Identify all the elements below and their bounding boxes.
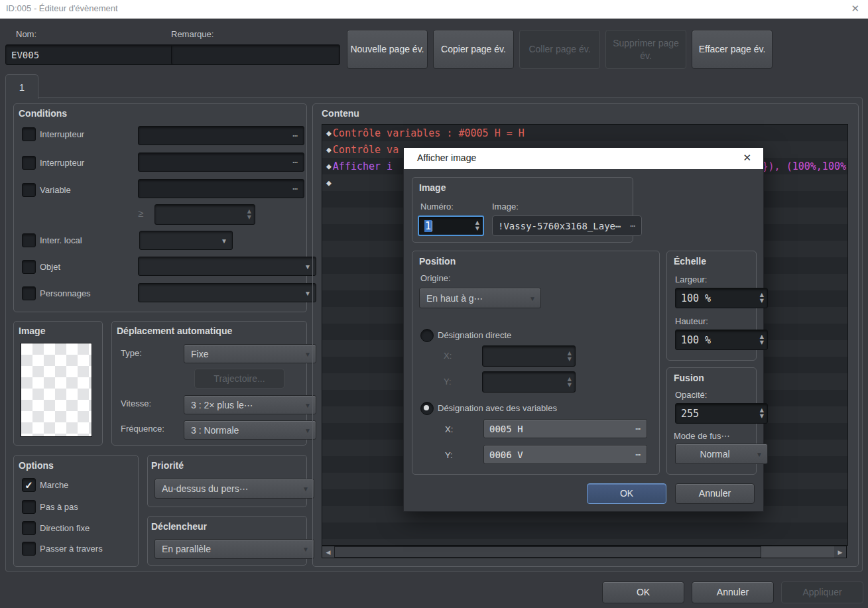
ok-button[interactable]: OK (602, 581, 684, 603)
show-picture-dialog: Afficher image ✕ Image Numéro: Image: 1 … (403, 147, 764, 512)
dialog-title: Afficher image (417, 152, 476, 163)
dialog-titlebar: Afficher image ✕ (404, 148, 763, 169)
diamond-icon: ◆ (326, 178, 332, 188)
browse-dots-icon: ⋯ (292, 184, 298, 194)
spin-up-icon[interactable]: ▲ (760, 408, 764, 413)
spin-down-icon[interactable]: ▼ (760, 340, 764, 345)
dropdown-icon: ▼ (302, 485, 309, 493)
dropdown-icon: ▼ (304, 289, 311, 296)
window-titlebar: ID:005 - Éditeur d'évènement ✕ (0, 0, 868, 19)
scale-width-label: Largeur: (675, 274, 707, 284)
blend-mode-label: Mode de fus⋯ (674, 431, 730, 441)
movement-type-select[interactable]: Fixe▼ (184, 344, 316, 363)
browse-dots-icon: ⋯ (292, 131, 298, 141)
content-hscrollbar[interactable]: ◀ ▶ (322, 546, 847, 558)
picture-number-value: 1 (424, 220, 432, 232)
origin-select[interactable]: En haut à g⋯▼ (419, 288, 541, 308)
dialog-blend-group: Fusion Opacité: 255 ▲▼ Mode de fus⋯ Norm… (666, 367, 757, 475)
spin-up-icon: ▲ (568, 377, 572, 382)
name-input[interactable]: EV005 (5, 44, 174, 65)
window-close-icon[interactable]: ✕ (851, 3, 859, 15)
dialog-ok-button[interactable]: OK (587, 483, 666, 504)
blend-mode-select[interactable]: Normal▼ (675, 444, 768, 464)
name-label: Nom: (16, 29, 36, 39)
delete-page-button: Supprimer page év. (605, 30, 686, 69)
actor-checkbox[interactable] (22, 286, 36, 300)
variable-designation-radio[interactable] (420, 402, 434, 415)
switch1-checkbox[interactable] (22, 127, 36, 141)
command-text: Contrôle variables : #0005 H = H (333, 127, 525, 139)
direct-designation-label: Désignation directe (438, 330, 511, 340)
spin-up-icon[interactable]: ▲ (247, 209, 251, 214)
origin-label: Origine: (420, 273, 451, 283)
movement-type-label: Type: (121, 348, 142, 358)
autonomous-title: Déplacement automatique (117, 326, 232, 336)
direct-designation-radio[interactable] (420, 329, 434, 342)
frequency-select[interactable]: 3 : Normale▼ (184, 420, 316, 440)
option-through-checkbox[interactable] (22, 542, 36, 556)
direct-x-label: X: (444, 351, 452, 361)
variable-label: Variable (40, 185, 71, 195)
trigger-select[interactable]: En parallèle▼ (155, 539, 314, 559)
scroll-right-icon[interactable]: ▶ (834, 546, 846, 558)
dialog-close-icon[interactable]: ✕ (743, 152, 751, 164)
option-walking-checkbox[interactable]: ✓ (22, 478, 36, 492)
dialog-cancel-button[interactable]: Annuler (675, 483, 755, 504)
var-y-field[interactable]: 0006 V ⋯ (483, 445, 647, 464)
note-input[interactable] (171, 44, 340, 65)
event-image-placeholder[interactable] (21, 343, 92, 437)
cancel-button[interactable]: Annuler (692, 581, 774, 603)
switch2-label: Interrupteur (40, 158, 84, 168)
spin-up-icon[interactable]: ▲ (760, 292, 764, 298)
actor-select[interactable]: ▼ (138, 283, 316, 302)
speed-select[interactable]: 3 : 2× plus le⋯▼ (184, 395, 316, 414)
browse-dots-icon: ⋯ (292, 157, 298, 167)
scale-height-spinner[interactable]: 100 % ▲▼ (675, 330, 768, 350)
item-select[interactable]: ▼ (138, 257, 316, 276)
opacity-spinner[interactable]: 255 ▲▼ (675, 403, 768, 424)
copy-page-button[interactable]: Copier page év. (433, 30, 514, 69)
priority-select[interactable]: Au-dessus du pers⋯▼ (155, 479, 314, 499)
direct-y-label: Y: (444, 377, 452, 387)
switch2-checkbox[interactable] (22, 156, 36, 170)
picture-number-spinner[interactable]: 1 ▲▼ (418, 215, 484, 236)
event-command-row[interactable]: ◆ Contrôle variables : #0005 H = H (322, 125, 847, 141)
variable-field[interactable]: ⋯ (138, 179, 304, 198)
switch1-field[interactable]: ⋯ (138, 126, 304, 145)
variable-checkbox[interactable] (22, 183, 36, 197)
spin-down-icon[interactable]: ▼ (475, 226, 479, 231)
spin-up-icon[interactable]: ▲ (475, 220, 479, 225)
option-fixed-direction-checkbox[interactable] (22, 521, 36, 535)
name-value: EV005 (11, 50, 39, 60)
dialog-position-group: Position Origine: En haut à g⋯▼ Désignat… (412, 251, 660, 475)
spin-down-icon[interactable]: ▼ (760, 298, 764, 304)
scrollbar-thumb[interactable] (334, 546, 761, 558)
tab-page-1[interactable]: 1 (5, 74, 38, 99)
scroll-left-icon[interactable]: ◀ (322, 546, 334, 558)
var-x-field[interactable]: 0005 H ⋯ (483, 419, 647, 438)
spin-down-icon[interactable]: ▼ (760, 414, 764, 419)
spin-up-icon: ▲ (568, 351, 572, 356)
scale-width-spinner[interactable]: 100 % ▲▼ (675, 288, 768, 308)
item-checkbox[interactable] (22, 260, 36, 274)
dialog-scale-group: Échelle Largeur: 100 % ▲▼ Hauteur: 100 %… (666, 251, 757, 361)
new-page-button[interactable]: Nouvelle page év. (347, 30, 428, 69)
command-text: Afficher i (333, 160, 393, 172)
scale-height-value: 100 % (681, 334, 711, 346)
check-icon: ✓ (25, 479, 33, 491)
spin-down-icon[interactable]: ▼ (247, 215, 251, 220)
self-switch-checkbox[interactable] (22, 233, 36, 247)
switch1-label: Interrupteur (40, 129, 84, 139)
clear-page-button[interactable]: Effacer page év. (692, 30, 773, 69)
picture-file-button[interactable]: !Vassy-5760x3168_Laye⋯ ⋯ (492, 215, 642, 236)
diamond-icon: ◆ (326, 145, 332, 154)
switch2-field[interactable]: ⋯ (138, 152, 304, 172)
option-stepping-checkbox[interactable] (22, 500, 36, 514)
option-through-label: Passer à travers (40, 544, 103, 554)
spin-down-icon: ▼ (568, 383, 572, 388)
option-walking-label: Marche (40, 480, 68, 490)
dialog-image-group: Image Numéro: Image: 1 ▲▼ !Vassy-5760x31… (412, 177, 633, 243)
spin-up-icon[interactable]: ▲ (760, 334, 764, 339)
var-x-value: 0005 H (489, 424, 523, 434)
self-switch-select[interactable]: ▼ (139, 231, 233, 250)
